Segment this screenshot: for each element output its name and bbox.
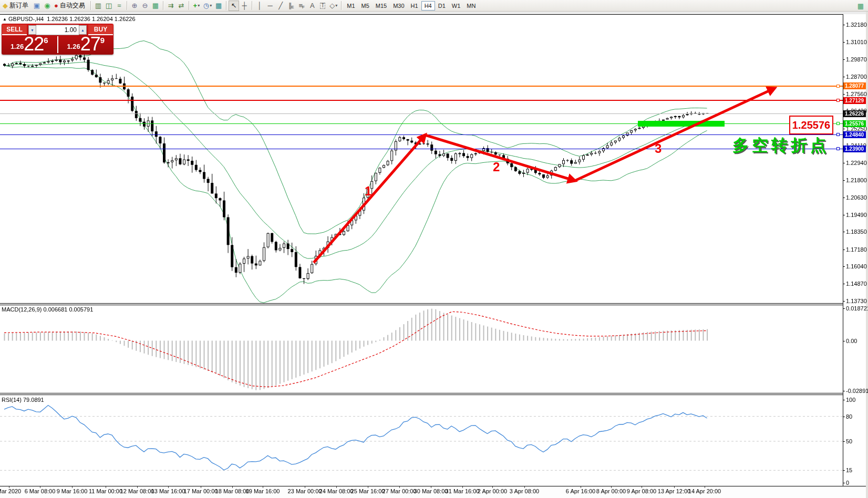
zoom-in-icon: ⊕ — [131, 2, 137, 9]
chart-windows-icon: ▣ — [34, 2, 40, 9]
price-tag: 1.23900 — [843, 146, 866, 152]
axis-tick-label: 15 — [846, 467, 852, 473]
time-label: 27 Mar 00:00 — [383, 488, 417, 494]
tile-windows-icon: ▦ — [152, 2, 159, 9]
text-button[interactable]: A — [307, 1, 317, 11]
trend-arrow-2[interactable] — [425, 135, 575, 181]
time-label: 25 Mar 16:00 — [351, 488, 385, 494]
shapes-button[interactable]: ◇ ▾ — [328, 1, 339, 11]
axis-tick — [843, 77, 845, 77]
new-order-button[interactable]: ◆ 新订单 — [1, 1, 32, 11]
trend-arrow-1[interactable] — [314, 135, 425, 263]
buy-price[interactable]: 1.26 27 9 — [58, 35, 114, 54]
axis-tick-label: 1.14870 — [846, 281, 867, 287]
axis-tick-label: 1.27560 — [846, 91, 867, 97]
timeframe-button-h4[interactable]: H4 — [421, 1, 435, 11]
trend-arrows[interactable] — [0, 0, 868, 498]
profiles-clock-icon: ◷ — [203, 2, 209, 9]
cursor-button[interactable]: ↖ — [229, 1, 239, 11]
timeframe-button-m5[interactable]: M5 — [358, 1, 373, 11]
time-label: 9 Mar 16:00 — [57, 488, 88, 494]
toolbar-separator — [90, 1, 91, 10]
time-label: 11 Mar 00:00 — [89, 488, 122, 494]
toolbar-separator — [252, 1, 252, 10]
time-label: 6 Mar 08:00 — [25, 488, 56, 494]
price-axis: 1.321801.310101.298701.287001.275601.264… — [843, 14, 866, 486]
vertical-line-button[interactable]: │ — [254, 1, 265, 11]
bar-chart-button[interactable]: ▥ — [93, 1, 104, 11]
text-label-button[interactable]: T — [317, 1, 328, 11]
sell-price[interactable]: 1.26 22 6 — [2, 35, 57, 54]
axis-tick-label: 1.21800 — [846, 177, 867, 183]
indicator-list-button[interactable]: ▦ — [855, 1, 866, 11]
axis-tick — [843, 129, 845, 129]
auto-scroll-button[interactable]: ⇉ — [166, 1, 176, 11]
time-label: 9 Apr 08:00 — [627, 488, 656, 494]
axis-tick — [843, 470, 845, 471]
profiles-button[interactable]: ◷ ▾ — [202, 1, 213, 11]
axis-tick — [843, 441, 845, 442]
crosshair-button[interactable]: ┼ — [239, 1, 250, 11]
axis-tick — [843, 391, 845, 391]
turning-point-note[interactable]: 多空转折点 — [732, 134, 830, 157]
time-label: 19 Mar 16:00 — [246, 488, 280, 494]
trendline-button[interactable]: ╱ — [275, 1, 286, 11]
chart-shift-icon: ⇄ — [178, 2, 184, 9]
dropdown-arrow-icon: ▾ — [335, 3, 337, 8]
time-label: 31 Mar 16:00 — [446, 488, 480, 494]
timeframe-button-m1[interactable]: M1 — [344, 1, 358, 11]
autotrade-button[interactable]: ● 自动交易 — [53, 1, 88, 11]
price-callout-label[interactable]: 1.25576 — [789, 116, 833, 134]
sell-price-big: 22 — [24, 35, 44, 53]
main-panel-bottom-border — [0, 303, 866, 304]
time-label: 24 Mar 08:00 — [319, 488, 354, 494]
autotrade-icon: ● — [54, 2, 58, 9]
sell-price-prefix: 1.26 — [11, 43, 24, 50]
axis-tick — [843, 483, 845, 483]
axis-tick-label: 1.19490 — [846, 212, 867, 218]
one-click-trading-panel: SELL ▾ 1.00 ▴ BUY 1.26 22 6 1.26 27 — [2, 24, 113, 55]
axis-tick-label: 1.29870 — [846, 56, 867, 63]
new-chart-button[interactable]: + ▾ — [191, 1, 202, 11]
axis-tick — [843, 400, 845, 400]
candle-chart-button[interactable]: ◫ — [104, 1, 114, 11]
auto-scroll-icon: ⇉ — [168, 2, 173, 9]
axis-tick — [843, 417, 845, 417]
timeframe-button-w1[interactable]: W1 — [449, 1, 464, 11]
sell-price-sup: 6 — [44, 36, 48, 45]
indicators-button[interactable]: ▦ — [213, 1, 224, 11]
new-order-label: 新订单 — [8, 1, 30, 10]
timeframe-button-h1[interactable]: H1 — [408, 1, 421, 11]
wave-label-3: 3 — [655, 141, 662, 156]
rsi-panel-top-border — [0, 395, 866, 395]
timeframe-button-mn[interactable]: MN — [463, 1, 479, 11]
fibonacci-button[interactable]: ≡ F — [296, 1, 307, 11]
axis-tick — [843, 198, 845, 198]
zoom-out-button[interactable]: ⊖ — [140, 1, 150, 11]
line-chart-button[interactable]: ≈ — [114, 1, 125, 11]
chart-windows-button[interactable]: ▣ — [32, 1, 42, 11]
axis-tick — [843, 42, 845, 43]
chart-shift-button[interactable]: ⇄ — [176, 1, 187, 11]
timeframe-button-m15[interactable]: M15 — [373, 1, 390, 11]
market-watch-button[interactable]: ◉ — [42, 1, 53, 11]
axis-tick-label: 0.018721 — [846, 305, 868, 312]
time-label: 17 Mar 00:00 — [184, 488, 218, 494]
axis-tick — [843, 163, 845, 163]
indicator-list-icon: ▦ — [857, 3, 864, 9]
axis-tick-label: 1.20630 — [846, 194, 867, 201]
tile-windows-button[interactable]: ▦ — [150, 1, 161, 11]
text-icon: A — [310, 2, 315, 9]
sell-button[interactable]: SELL — [2, 25, 27, 35]
axis-tick — [843, 250, 845, 250]
time-label: 30 Mar 08:00 — [414, 488, 448, 494]
line-chart-icon: ≈ — [117, 2, 121, 9]
timeframe-button-d1[interactable]: D1 — [435, 1, 449, 11]
timeframe-button-m30[interactable]: M30 — [390, 1, 407, 11]
axis-tick-label: 0 — [846, 480, 849, 486]
zoom-in-button[interactable]: ⊕ — [129, 1, 140, 11]
mt4-window: ◆ 新订单 ▣ ◉ ● 自动交易 ▥ ◫ ≈ ⊕ ⊖ ▦ — [0, 0, 868, 498]
channel-button[interactable]: ∥ E — [286, 1, 296, 11]
horizontal-line-button[interactable]: ─ — [265, 1, 275, 11]
price-tag: 1.26226 — [843, 110, 866, 117]
